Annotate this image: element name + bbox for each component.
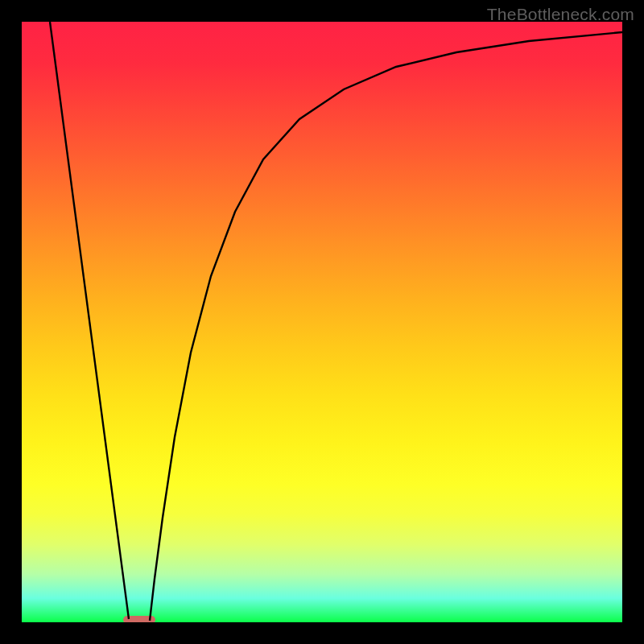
watermark-text: TheBottleneck.com bbox=[487, 5, 634, 24]
chart-frame: TheBottleneck.com bbox=[0, 0, 644, 644]
gradient-background bbox=[22, 22, 622, 622]
